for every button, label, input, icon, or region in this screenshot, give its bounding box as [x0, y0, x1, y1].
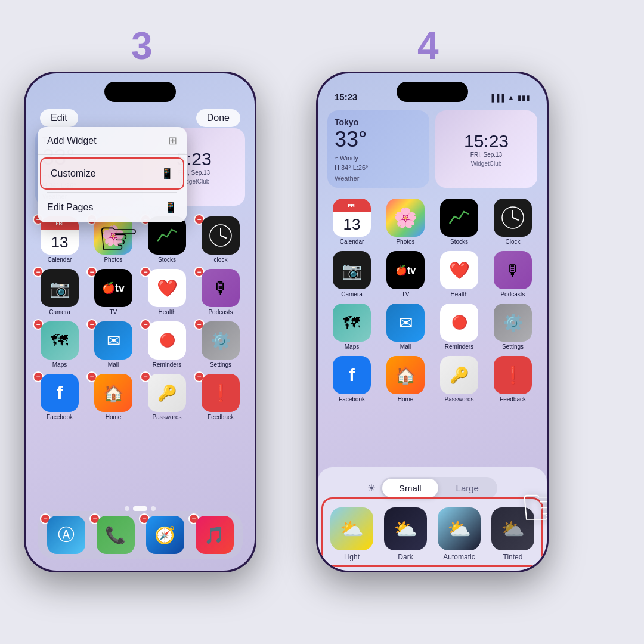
step3-number: 3 [131, 24, 153, 68]
app-facebook-p4[interactable]: f Facebook [327, 356, 376, 402]
customize-item-highlighted[interactable]: Customize 📱 [40, 157, 184, 190]
app-passwords-p4[interactable]: 🔑 Passwords [435, 356, 484, 402]
style-automatic[interactable]: ⛅ Automatic [435, 507, 484, 561]
app-clock-p4[interactable]: Clock [488, 199, 537, 245]
app-row1-p3: − FRI 13 Calendar − 🌸 Photos − [35, 216, 245, 263]
style-options: ⛅ Light ⛅ Dark ⛅ Automatic [327, 507, 537, 561]
size-toggle: ☀ Small Large [327, 477, 537, 499]
app-reminders-p3[interactable]: − 🔴 Reminders [143, 321, 191, 368]
app-maps-p4[interactable]: 🗺 Maps [327, 304, 376, 350]
brightness-icon: ☀ [367, 482, 376, 494]
app-home-p3[interactable]: − 🏠 Home [89, 374, 138, 420]
app-stocks-p4[interactable]: Stocks [435, 199, 484, 245]
app-row2-p3: − 📷 Camera − 🍎tv TV − ❤️ Health − 🎙 Podc… [35, 269, 245, 315]
context-menu: Add Widget ⊞ Customize 📱 Edit Pages 📱 [38, 127, 187, 222]
app-podcasts-p3[interactable]: − 🎙 Podcasts [196, 269, 245, 315]
dock-safari-3[interactable]: − 🧭 [141, 516, 188, 554]
size-large-btn[interactable]: Large [439, 479, 496, 497]
app-calendar-p4[interactable]: FRI 13 Calendar [327, 199, 376, 245]
app-row3-p4: 🗺 Maps ✉ Mail 🔴 Reminders ⚙️ Settings [327, 304, 537, 350]
app-stocks-p3[interactable]: − Stocks [143, 216, 191, 263]
widget-row-4: Tokyo 33° ≈ Windy H:34° L:26° Weather 15… [327, 110, 537, 188]
app-camera-p4[interactable]: 📷 Camera [327, 251, 376, 298]
dock-appstore-3[interactable]: − Ⓐ [42, 516, 89, 554]
hand-cursor-p3: ☞ [97, 210, 140, 266]
app-passwords-p3[interactable]: − 🔑 Passwords [143, 374, 191, 420]
app-feedback-p4[interactable]: ❗ Feedback [488, 356, 537, 402]
svg-line-2 [221, 236, 226, 238]
size-small-btn[interactable]: Small [382, 479, 438, 497]
app-feedback-p3[interactable]: − ❗ Feedback [196, 374, 245, 420]
edit-button[interactable]: Edit [40, 109, 78, 127]
app-home-p4[interactable]: 🏠 Home [381, 356, 430, 402]
app-row3-p3: − 🗺 Maps − ✉ Mail − 🔴 Reminders − ⚙️ Set… [35, 321, 245, 368]
app-clock-p3[interactable]: − clock [196, 216, 245, 263]
svg-line-5 [513, 218, 518, 220]
app-row2-p4: 📷 Camera 🍎tv TV ❤️ Health 🎙 Podcasts [327, 251, 537, 298]
dynamic-island-4 [397, 82, 468, 102]
app-photos-p4[interactable]: 🌸 Photos [381, 199, 430, 245]
size-selector: Small Large [380, 477, 497, 499]
phone3-frame: Edit Done Tokyo 33° ≈ Windy H:34° L:26° … [24, 72, 256, 572]
app-health-p3[interactable]: − ❤️ Health [143, 269, 191, 315]
page-dots-3 [125, 506, 156, 511]
phone4-frame: 15:23 ▐▐▐ ▲ ▮▮▮ Tokyo 33° ≈ Windy H:34° … [316, 72, 549, 572]
app-row4-p3: − f Facebook − 🏠 Home − 🔑 Passwords − ❗ … [35, 374, 245, 420]
app-calendar-p3[interactable]: − FRI 13 Calendar [35, 216, 84, 263]
app-podcasts-p4[interactable]: 🎙 Podcasts [488, 251, 537, 298]
app-mail-p3[interactable]: − ✉ Mail [89, 321, 138, 368]
app-row4-p4: f Facebook 🏠 Home 🔑 Passwords ❗ Feedback [327, 356, 537, 402]
app-facebook-p3[interactable]: − f Facebook [35, 374, 84, 420]
app-row1-p4: FRI 13 Calendar 🌸 Photos Stocks [327, 199, 537, 245]
dock-3: − Ⓐ − 📞 − 🧭 − 🎵 [38, 511, 243, 559]
widget-style-tray: ☀ Small Large ⛅ Light ⛅ [318, 467, 547, 571]
app-settings-p3[interactable]: − ⚙️ Settings [196, 321, 245, 368]
app-settings-p4[interactable]: ⚙️ Settings [488, 304, 537, 350]
step4-number: 4 [417, 24, 439, 68]
app-tv-p3[interactable]: − 🍎tv TV [89, 269, 138, 315]
dock-phone-3[interactable]: − 📞 [92, 516, 139, 554]
app-reminders-p4[interactable]: 🔴 Reminders [435, 304, 484, 350]
style-light[interactable]: ⛅ Light [327, 507, 376, 561]
dynamic-island-3 [104, 82, 176, 102]
app-camera-p3[interactable]: − 📷 Camera [35, 269, 84, 315]
add-widget-item[interactable]: Add Widget ⊞ [38, 127, 187, 155]
app-mail-p4[interactable]: ✉ Mail [381, 304, 430, 350]
phone4-screen: 15:23 ▐▐▐ ▲ ▮▮▮ Tokyo 33° ≈ Windy H:34° … [318, 73, 547, 571]
dock-music-3[interactable]: − 🎵 [191, 516, 238, 554]
widget-weather-4: Tokyo 33° ≈ Windy H:34° L:26° Weather [327, 110, 429, 188]
done-button[interactable]: Done [196, 109, 240, 127]
app-tv-p4[interactable]: 🍎tv TV [381, 251, 430, 298]
widget-clock-4: 15:23 FRI, Sep.13 WidgetClub [435, 110, 537, 188]
phone3-screen: Edit Done Tokyo 33° ≈ Windy H:34° L:26° … [26, 73, 255, 571]
style-dark[interactable]: ⛅ Dark [381, 507, 430, 561]
app-maps-p3[interactable]: − 🗺 Maps [35, 321, 84, 368]
app-health-p4[interactable]: ❤️ Health [435, 251, 484, 298]
hand-cursor-p4: ☞ [519, 475, 547, 538]
